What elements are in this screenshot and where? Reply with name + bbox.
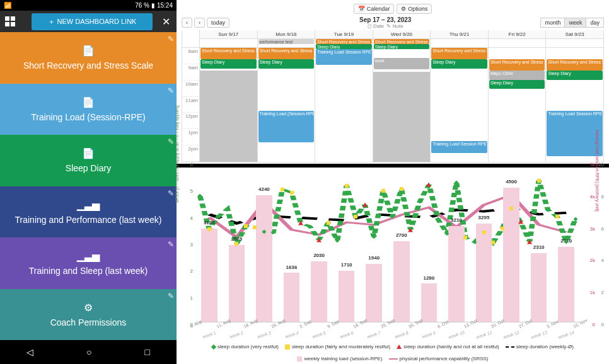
day-body[interactable]: work <box>373 49 431 162</box>
calendar-event[interactable]: Short Recovery and Stress Scale <box>547 59 603 71</box>
calendar-title: Sep 17 – 23, 2023 ◻ Date ✎ Note <box>359 16 411 29</box>
edit-icon[interactable]: ✎ <box>168 86 174 95</box>
day-body[interactable]: Short Recovery and Stress ScaleSleep Dia… <box>431 48 488 162</box>
hour-label: 2pm <box>182 145 199 162</box>
calendar-event[interactable]: Short Recovery and Stress Scale <box>258 48 315 59</box>
calendar-event[interactable]: Training Load Session RPE <box>316 49 372 65</box>
edit-icon[interactable]: ✎ <box>168 189 174 198</box>
new-dashboard-link-button[interactable]: ＋ NEW DASHBOARD LINK <box>32 13 153 30</box>
calendar-day-column[interactable]: Wed 9/20Short Recovery and Stress ScaleS… <box>373 30 431 162</box>
apps-grid-icon[interactable] <box>5 16 15 26</box>
calendar-day-column[interactable]: Sun 9/17Short Recovery and Stress ScaleS… <box>200 30 258 162</box>
chart-bar <box>393 241 410 322</box>
calendar-event[interactable]: Sleep Diary <box>489 80 545 89</box>
sleep-marker <box>426 183 431 187</box>
dash-line-icon <box>506 346 514 348</box>
calendar-tab-button[interactable]: 📅Calendar <box>354 4 395 14</box>
chart-bar <box>421 283 438 322</box>
battery-icon: ▮ <box>151 2 155 9</box>
new-link-label: NEW DASHBOARD LINK <box>57 18 137 25</box>
edit-icon[interactable]: ✎ <box>168 240 174 249</box>
sleep-marker <box>518 219 523 224</box>
view-week-button[interactable]: week <box>564 18 586 28</box>
day-body[interactable]: Short Recovery and Stress ScaleSleep Dia… <box>258 48 315 162</box>
line-icon <box>389 358 398 360</box>
calendar-day-column[interactable]: Tue 9/19Short Recovery and Stress ScaleS… <box>315 30 373 162</box>
view-month-button[interactable]: month <box>540 18 565 28</box>
y-axis-right: training load (session RPE) [arbitrary u… <box>583 170 596 330</box>
gear-icon: ⚙ <box>84 302 93 314</box>
sleep-marker <box>408 227 413 232</box>
tile-training-performance[interactable]: ✎ ▁▃▅ Training and Performance (last wee… <box>0 186 177 237</box>
recent-icon[interactable]: □ <box>145 347 150 357</box>
calendar-event[interactable]: work <box>374 58 430 69</box>
android-nav-bar: ◁ ○ □ <box>0 340 177 364</box>
tile-training-load[interactable]: ✎ 📄 Training Load (Session-RPE) <box>0 84 177 135</box>
calendar-day-column[interactable]: Fri 9/22Short Recovery and Stress ScaleM… <box>489 30 547 162</box>
day-body[interactable]: Training Load Session RPE <box>315 49 373 162</box>
prev-week-button[interactable]: ‹ <box>182 18 192 28</box>
options-button[interactable]: ⚙Options <box>397 4 432 14</box>
view-day-button[interactable]: day <box>586 18 604 28</box>
edit-icon[interactable]: ✎ <box>168 35 174 43</box>
signal-icon: 📶 <box>4 2 11 9</box>
chart-bar <box>531 253 547 322</box>
calendar-event[interactable]: Short Recovery and Stress Scale <box>431 48 487 59</box>
home-icon[interactable]: ○ <box>86 347 91 357</box>
bar-value-label: 1710 <box>341 262 352 268</box>
bar-value-label: 3210 <box>451 217 462 223</box>
bar-value-label: 3120 <box>204 220 215 225</box>
calendar-event[interactable]: Short Recovery and Stress Scale <box>200 48 257 59</box>
calendar-day-column[interactable]: Thu 9/21Short Recovery and Stress ScaleS… <box>431 30 489 162</box>
chart-bar <box>448 226 465 322</box>
allday-event[interactable]: Sleep Diary <box>374 44 430 49</box>
sleep-marker <box>327 221 330 225</box>
android-status-bar: 📶 76 % ▮ 15:24 <box>0 0 177 11</box>
sleep-marker <box>463 236 467 239</box>
plot-area: 3120257542401636203017101940270012803210… <box>195 173 580 322</box>
next-week-button[interactable]: › <box>194 18 205 28</box>
day-body[interactable]: Short Recovery and Stress ScaleSleep Dia… <box>200 48 257 162</box>
sleep-marker <box>527 239 532 244</box>
bar-value-label: 1280 <box>423 275 434 281</box>
back-icon[interactable]: ◁ <box>26 347 33 357</box>
allday-event[interactable]: performance test <box>258 39 315 44</box>
calendar-event[interactable]: Training Load Session RPE <box>431 141 487 152</box>
today-button[interactable]: today <box>207 18 229 28</box>
allday-event[interactable]: Short Recovery and Stress Scale <box>374 39 430 44</box>
x-tick-week: week 13 <box>530 330 547 339</box>
calendar-event[interactable]: Training Load Session RPE <box>547 111 603 156</box>
x-tick-week: week 5 <box>311 331 326 339</box>
battery-text: 76 % <box>135 2 149 9</box>
close-icon[interactable]: ✕ <box>162 16 170 28</box>
x-tick-week: week 11 <box>475 330 492 339</box>
chart-bar <box>256 195 272 322</box>
calendar-days: Sun 9/17Short Recovery and Stress ScaleS… <box>200 30 603 162</box>
sleep-marker <box>555 215 559 219</box>
tile-training-sleep[interactable]: ✎ ▁▃▅ Training and Sleep (last week) <box>0 237 177 288</box>
calendar-event[interactable]: Mayo Clinic <box>489 71 545 79</box>
desktop-panel: 📅Calendar ⚙Options ‹ › today Sep 17 – 23… <box>177 0 609 364</box>
tile-sleep-diary[interactable]: ✎ 📄 Sleep Diary <box>0 135 177 186</box>
chart-bar <box>339 271 355 322</box>
allday-row <box>546 39 603 48</box>
tile-srss[interactable]: ✎ 📄 Short Recovery and Stress Scale <box>0 32 177 83</box>
calendar-event[interactable]: Training Load (Session-RPE) <box>258 111 315 143</box>
calendar-event[interactable]: Sleep Diary <box>200 59 257 68</box>
allday-event[interactable]: Short Recovery and Stress Scale <box>316 39 372 44</box>
chart-bar <box>201 229 218 322</box>
calendar-event[interactable]: Sleep Diary <box>258 59 315 68</box>
x-tick-week: week 10 <box>448 330 465 339</box>
x-tick-week: week 14 <box>558 330 575 339</box>
calendar-event[interactable]: Sleep Diary <box>431 59 487 68</box>
calendar-event[interactable]: Sleep Diary <box>547 71 603 79</box>
edit-icon[interactable]: ✎ <box>168 137 174 146</box>
calendar-day-column[interactable]: Mon 9/18performance testShort Recovery a… <box>258 30 316 162</box>
busy-block <box>200 71 257 162</box>
day-body[interactable]: Short Recovery and Stress ScaleMayo Clin… <box>489 48 546 162</box>
tile-coach-permissions[interactable]: ✎ ⚙ Coach Permissions <box>0 289 177 340</box>
calendar-event[interactable]: Short Recovery and Stress Scale <box>489 59 545 71</box>
edit-icon[interactable]: ✎ <box>168 292 174 300</box>
allday-event[interactable]: Sleep Diary <box>316 44 372 49</box>
sleep-marker <box>253 225 257 229</box>
